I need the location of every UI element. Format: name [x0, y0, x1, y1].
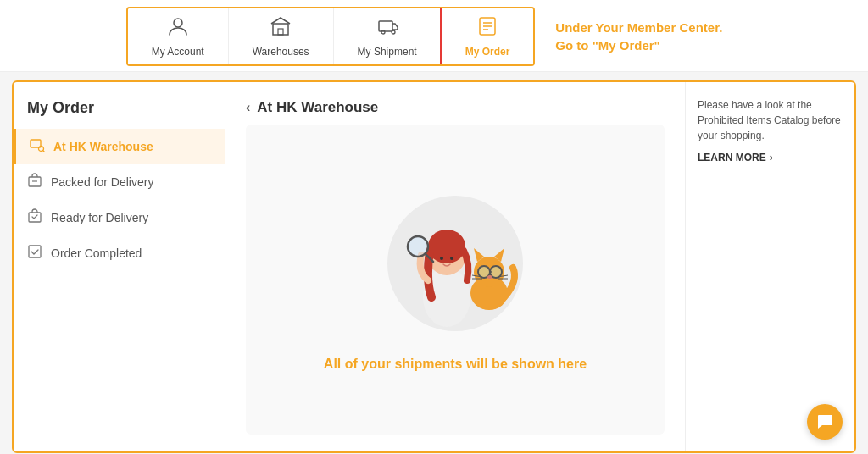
warehouse-search-icon	[30, 137, 45, 156]
svg-line-12	[43, 151, 45, 152]
warehouses-icon	[270, 15, 292, 42]
nav-item-my-shipment[interactable]: My Shipment	[334, 8, 442, 64]
svg-point-4	[381, 30, 385, 34]
nav-item-my-account-label: My Account	[152, 46, 204, 58]
svg-point-5	[392, 30, 395, 34]
learn-more-button[interactable]: LEARN MORE ›	[698, 152, 843, 163]
svg-rect-10	[31, 140, 41, 147]
sidebar: My Order At HK Warehouse Packed for Deli…	[14, 82, 225, 451]
nav-item-my-account[interactable]: My Account	[128, 8, 229, 64]
svg-rect-2	[278, 29, 283, 35]
empty-state-text: All of your shipments will be shown here	[324, 357, 587, 372]
account-icon	[167, 15, 189, 42]
sidebar-item-ready-for-delivery[interactable]: Ready for Delivery	[14, 200, 225, 235]
main-container: My Order At HK Warehouse Packed for Deli…	[12, 80, 856, 453]
svg-point-20	[440, 257, 443, 260]
back-arrow-icon[interactable]: ‹	[246, 100, 250, 115]
ready-delivery-icon	[27, 208, 42, 227]
prohibited-items-text: Please have a look at the Prohibited Ite…	[698, 97, 843, 143]
packed-delivery-icon	[27, 173, 42, 191]
nav-item-my-shipment-label: My Shipment	[358, 46, 417, 58]
nav-item-my-order-label: My Order	[465, 46, 510, 58]
right-panel: Please have a look at the Prohibited Ite…	[685, 82, 854, 451]
nav-group: My Account Warehouses My Sh	[126, 7, 536, 66]
svg-point-31	[487, 275, 492, 279]
content-header: ‹ At HK Warehouse	[246, 99, 665, 116]
nav-item-my-order[interactable]: My Order	[440, 7, 536, 66]
sidebar-item-order-completed-label: Order Completed	[51, 246, 142, 260]
sidebar-title: My Order	[14, 99, 225, 129]
sidebar-item-at-hk-warehouse[interactable]: At HK Warehouse	[14, 129, 225, 164]
content-title: At HK Warehouse	[257, 99, 378, 116]
svg-point-21	[450, 257, 453, 260]
sidebar-item-at-hk-warehouse-label: At HK Warehouse	[53, 140, 153, 153]
order-icon	[476, 15, 498, 42]
nav-item-warehouses[interactable]: Warehouses	[229, 8, 334, 64]
nav-item-warehouses-label: Warehouses	[253, 46, 309, 58]
svg-rect-16	[29, 246, 41, 257]
chevron-right-icon: ›	[770, 152, 773, 163]
svg-point-0	[174, 19, 182, 27]
sidebar-item-order-completed[interactable]: Order Completed	[14, 235, 225, 271]
sidebar-item-packed-for-delivery-label: Packed for Delivery	[51, 175, 153, 189]
empty-state-illustration	[379, 187, 531, 340]
nav-annotation: Under Your Member Center. Go to "My Orde…	[555, 19, 742, 54]
svg-point-19	[428, 230, 465, 263]
learn-more-label: LEARN MORE	[698, 152, 766, 163]
order-completed-icon	[27, 244, 42, 263]
top-navigation: My Account Warehouses My Sh	[0, 0, 868, 72]
svg-rect-3	[379, 21, 392, 31]
sidebar-item-ready-for-delivery-label: Ready for Delivery	[51, 211, 148, 224]
chat-button[interactable]	[807, 404, 843, 440]
sidebar-item-packed-for-delivery[interactable]: Packed for Delivery	[14, 164, 225, 200]
shipment-icon	[376, 15, 398, 42]
content-body: All of your shipments will be shown here	[246, 125, 665, 435]
content-area: ‹ At HK Warehouse	[225, 82, 685, 451]
